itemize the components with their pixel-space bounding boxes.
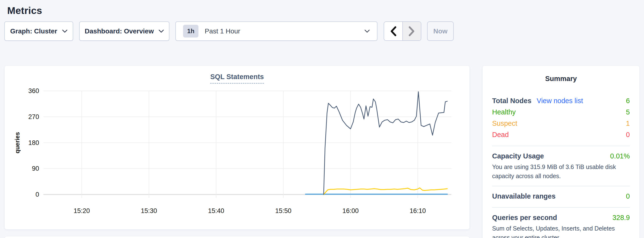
graph-dropdown-label: Graph: Cluster [10,27,57,35]
metrics-page: Metrics Graph: Cluster Dashboard: Overvi… [0,0,644,238]
dead-nodes-row: Dead 0 [492,129,630,140]
queries-per-second-description: Sum of Selects, Updates, Inserts, and De… [492,224,630,238]
chevron-down-icon [364,30,370,33]
chevron-down-icon [158,30,164,33]
svg-text:16:10: 16:10 [410,207,426,214]
unavailable-ranges-label: Unavailable ranges [492,192,556,200]
time-range-label: Past 1 Hour [205,27,240,35]
healthy-label: Healthy [492,108,516,116]
svg-text:15:50: 15:50 [275,207,292,214]
queries-per-second-label: Queries per second [492,214,557,222]
total-nodes-label: Total Nodes [492,97,532,105]
svg-text:15:40: 15:40 [208,207,224,214]
prev-time-button[interactable] [384,22,402,40]
next-time-button[interactable] [402,22,421,40]
total-nodes-value: 6 [626,97,630,105]
time-window-nav [384,21,421,41]
dead-value: 0 [626,131,630,139]
next-chart-card [4,236,470,238]
divider [492,146,630,146]
node-status-list: Total Nodes View nodes list 6 Healthy 5 … [492,95,630,140]
svg-text:0: 0 [36,191,39,198]
summary-title: Summary [492,75,630,83]
svg-text:270: 270 [28,113,39,121]
view-nodes-list-link[interactable]: View nodes list [537,97,583,105]
divider [492,186,630,186]
svg-text:360: 360 [28,87,39,94]
dashboard-dropdown[interactable]: Dashboard: Overview [79,21,170,41]
capacity-usage-value: 0.01% [610,152,630,160]
svg-text:16:00: 16:00 [342,207,359,214]
svg-text:15:30: 15:30 [141,207,157,214]
svg-text:180: 180 [28,139,39,146]
chevron-right-icon [408,26,415,36]
chevron-left-icon [390,26,396,36]
capacity-usage-row: Capacity Usage 0.01% [492,151,630,162]
chevron-down-icon [62,30,68,33]
suspect-value: 1 [626,120,630,128]
graph-dropdown[interactable]: Graph: Cluster [4,21,73,41]
time-range-selector[interactable]: 1h Past 1 Hour [176,21,378,41]
dashboard-dropdown-label: Dashboard: Overview [85,27,154,35]
svg-text:queries: queries [14,132,21,153]
sql-statements-chart-card: SQL Statements 15:2015:3015:4015:5016:00… [4,65,470,229]
queries-per-second-row: Queries per second 328.9 [492,212,630,223]
unavailable-ranges-row: Unavailable ranges 0 [492,191,630,202]
sql-statements-chart[interactable]: 15:2015:3015:4015:5016:0016:100901802703… [4,66,470,229]
unavailable-ranges-value: 0 [626,192,630,200]
svg-text:90: 90 [32,165,39,172]
queries-per-second-value: 328.9 [612,214,630,222]
page-title: Metrics [7,5,42,16]
now-button[interactable]: Now [427,21,454,41]
dead-label: Dead [492,131,509,139]
capacity-usage-description: You are using 315.9 MiB of 3.6 TiB usabl… [492,162,630,181]
summary-panel: Summary Total Nodes View nodes list 6 He… [482,65,640,238]
suspect-label: Suspect [492,120,517,128]
capacity-usage-label: Capacity Usage [492,152,544,160]
time-range-badge: 1h [183,25,198,38]
divider [492,207,630,208]
healthy-nodes-row: Healthy 5 [492,106,630,118]
healthy-value: 5 [626,108,630,116]
suspect-nodes-row: Suspect 1 [492,118,630,129]
toolbar: Graph: Cluster Dashboard: Overview 1h Pa… [4,21,638,41]
svg-text:15:20: 15:20 [74,207,90,214]
total-nodes-row: Total Nodes View nodes list 6 [492,95,630,106]
